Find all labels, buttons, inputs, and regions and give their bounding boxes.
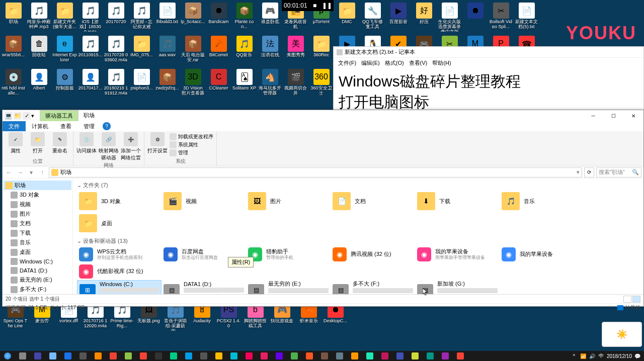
desktop-icon[interactable]: ⚙控制面板 <box>52 67 77 99</box>
desktop-icon[interactable]: 📦wrar55b6... <box>1 34 26 65</box>
app-item[interactable]: ◉我的苹果设备 <box>500 246 584 263</box>
tree-item[interactable]: 下载 <box>4 228 71 238</box>
explorer-titlebar[interactable]: 💻 📁 ✓ ▾ 驱动器工具 职场 ─ ☐ ✕ <box>3 110 643 121</box>
desktop-icon[interactable]: 美美图秀秀 <box>283 34 308 65</box>
taskbar-app[interactable] <box>408 351 423 361</box>
menu-format[interactable]: 格式(O) <box>383 59 406 67</box>
desktop-icon[interactable]: 📄新建文本文档(5).txt <box>514 1 539 32</box>
desktop-icon[interactable]: 🎵纯音乐-神殿钟声.mp3 <box>27 1 51 32</box>
taskbar-app[interactable] <box>392 351 408 361</box>
desktop-icon[interactable]: 📄psiphon3... <box>129 67 154 99</box>
section-header-folders[interactable]: ⌄ 文件夹 (7) <box>77 180 639 190</box>
taskbar-app[interactable] <box>30 351 45 361</box>
taskbar-app[interactable] <box>226 351 242 361</box>
taskbar-app[interactable] <box>257 351 272 361</box>
tray-ime-icon[interactable]: 中 <box>598 352 605 359</box>
desktop-icon[interactable]: 👤20170417... <box>78 67 103 99</box>
drive-item[interactable]: ▤新加坡 (G:)35.1 GB 可用，共 145 GB <box>415 280 500 294</box>
ribbon-tab-file[interactable]: 文件 <box>3 121 26 131</box>
taskbar-app[interactable] <box>121 351 136 361</box>
maximize-button[interactable]: ☐ <box>603 110 623 121</box>
minimize-button[interactable]: ─ <box>583 110 603 121</box>
app-item[interactable]: ◉猎豹助手管理你的手机 <box>246 246 331 263</box>
drive-item[interactable]: ⊞Windows (C:)31.1 GB 可用，共 117 GB <box>77 280 162 294</box>
drive-item[interactable]: ▤最无穷的 (E:)77.9 GB 可用，共 260 GB <box>246 280 331 294</box>
recorder-pause-button[interactable]: ❚❚ <box>323 1 332 10</box>
taskbar-app[interactable] <box>302 351 317 361</box>
refresh-button[interactable]: ⟳ <box>584 167 594 177</box>
desktop-icon[interactable]: 📁360Rec <box>309 34 334 65</box>
desktop-icon[interactable]: 👤Albert <box>27 67 51 99</box>
desktop-icon[interactable]: 🎵QQ音乐 <box>232 34 257 65</box>
app-item[interactable]: ◉腾讯视频 (32 位) <box>331 246 415 263</box>
desktop-icon[interactable]: 📁职场 <box>1 1 26 32</box>
help-icon[interactable]: ? <box>103 122 111 130</box>
taskbar-app[interactable] <box>438 351 453 361</box>
desktop-icon[interactable]: 好好压 <box>412 1 436 32</box>
taskbar-app[interactable] <box>332 351 347 361</box>
nav-history-button[interactable]: ▾ <box>27 168 36 177</box>
desktop-icon[interactable]: ▶百度影音 <box>386 1 411 32</box>
tree-item[interactable]: DATA1 (D:) <box>4 266 71 275</box>
taskbar-app[interactable] <box>166 351 181 361</box>
ribbon-manage-button[interactable]: 管理 <box>170 149 213 156</box>
taskbar-app[interactable] <box>196 351 211 361</box>
taskbar-app[interactable] <box>242 351 257 361</box>
desktop-icon[interactable]: 🎵20110915... <box>78 34 103 65</box>
nav-forward-button[interactable]: → <box>16 168 25 177</box>
ribbon-rename-button[interactable]: ✎重命名 <box>50 132 70 154</box>
desktop-icon[interactable]: 🎵iOS【游戏】185300.m4a <box>78 1 103 32</box>
desktop-icon[interactable]: 360360安全卫士 <box>309 67 334 99</box>
taskbar-app[interactable] <box>347 351 362 361</box>
desktop-icon[interactable]: 🎵20170728 093902.m4a <box>104 34 128 65</box>
tree-item[interactable]: 3D 对象 <box>4 190 71 200</box>
folder-item[interactable]: 📁3D 对象 <box>77 190 162 212</box>
nav-back-button[interactable]: ← <box>5 168 14 177</box>
folder-item[interactable]: 🎬视频 <box>162 190 246 212</box>
taskbar-app[interactable] <box>453 351 468 361</box>
ribbon-settings-button[interactable]: ⚙打开设置 <box>147 132 168 154</box>
desktop-icon[interactable]: 📁DMC <box>335 1 359 32</box>
app-item[interactable]: ◉我的苹果设备用苹果助手管理苹果设备 <box>415 246 500 263</box>
desktop-icon[interactable]: 📁IMG_075... <box>129 34 154 65</box>
tree-item[interactable]: Windows (C:) <box>4 257 71 266</box>
folder-item[interactable]: ⬇下载 <box>415 190 500 212</box>
desktop-icon[interactable]: 法法语在线 <box>258 34 282 65</box>
taskbar-app[interactable] <box>211 351 226 361</box>
menu-edit[interactable]: 编辑(E) <box>360 59 381 67</box>
desktop-icon[interactable]: ☄BitComet <box>206 34 231 65</box>
recorder-stop-button[interactable]: ■ <box>310 1 319 10</box>
desktop-icon[interactable]: 📦lp_5c4acc... <box>181 1 205 32</box>
folder-item[interactable]: 📄文档 <box>331 190 415 212</box>
taskbar-app[interactable] <box>362 351 377 361</box>
close-button[interactable]: ✕ <box>623 110 643 121</box>
tree-item[interactable]: 视频 <box>4 200 71 209</box>
desktop-icon[interactable]: 📦天后 电台版安.rar <box>181 34 205 65</box>
ribbon-sysprops-button[interactable]: 系统属性 <box>170 141 213 148</box>
app-item[interactable]: ◉WPS云文档存到这里手机也能看到 <box>77 246 162 263</box>
desktop-icon[interactable]: CCCleaner <box>206 67 231 99</box>
desktop-icon[interactable]: eInternet Explorer <box>52 34 77 65</box>
tray-clock[interactable]: 2018/12/10 <box>607 353 632 359</box>
ribbon-add-location-button[interactable]: ➕添加一个网络位置 <box>121 132 141 161</box>
desktop-icon[interactable]: 3D3D Vision 照片查看器 <box>181 67 205 99</box>
section-header-devices[interactable]: ⌄ 设备和驱动器 (13) <box>77 236 639 246</box>
view-details-button[interactable] <box>623 296 631 303</box>
start-button[interactable] <box>0 351 15 361</box>
desktop-icon[interactable]: 🗑回收站 <box>27 34 51 65</box>
tree-item[interactable]: 多不大 (F:) <box>4 285 71 294</box>
ribbon-tab-computer[interactable]: 计算机 <box>26 121 54 131</box>
desktop-icon[interactable]: 📄生化尖兵版迅雷屏幕录像中文版 <box>437 1 462 32</box>
drive-item[interactable]: ▤多不大 (F:)51.8 GB 可用，共 121 GB <box>331 280 415 294</box>
desktop-icon[interactable]: ⏺ <box>463 1 488 32</box>
desktop-icon[interactable]: 📦Plante con... <box>232 1 257 32</box>
taskbar-app[interactable] <box>15 351 30 361</box>
desktop-icon[interactable]: 📁新建文件夹(偷车大圣... <box>52 1 77 32</box>
tray-notifications-icon[interactable]: 💬 <box>634 352 641 359</box>
desktop-icon[interactable]: ⏺Bandicam <box>206 1 231 32</box>
breadcrumb[interactable]: 职场 ▾ <box>49 167 582 177</box>
folder-item[interactable]: 🎵音乐 <box>500 190 584 212</box>
desktop-icon[interactable]: 🎮谁是卧底 <box>258 1 282 32</box>
desktop-icon[interactable]: 🎵阿里邮 - 忘记你太难 <box>129 1 154 32</box>
taskbar-app[interactable] <box>287 351 302 361</box>
